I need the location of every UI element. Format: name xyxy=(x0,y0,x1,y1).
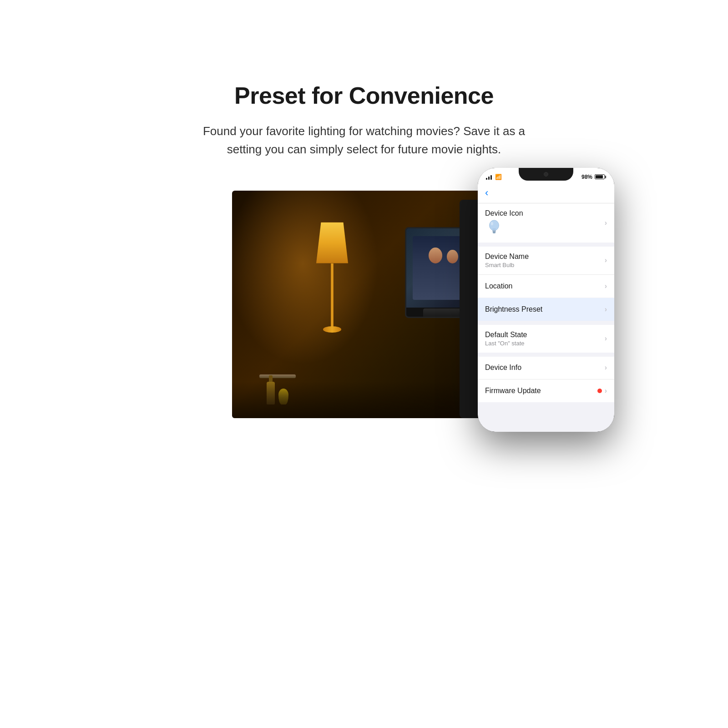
page-headline: Preset for Convenience xyxy=(234,82,494,109)
settings-item-firmware-update[interactable]: Firmware Update › xyxy=(478,379,614,402)
phone-mockup: 📶 98% xyxy=(478,168,614,432)
group-spacer-3 xyxy=(478,353,614,357)
item-right-device-info: › xyxy=(605,364,607,372)
item-left-device-name: Device Name Smart Bulb xyxy=(485,253,605,268)
signal-icon xyxy=(486,174,492,180)
chevron-icon: › xyxy=(605,219,607,227)
app-header: ‹ xyxy=(478,183,614,203)
lamp-base xyxy=(323,326,341,333)
chevron-icon: › xyxy=(605,334,607,343)
device-name-label: Device Name xyxy=(485,253,605,261)
device-icon-area xyxy=(485,218,605,237)
settings-item-default-state[interactable]: Default State Last "On" state › xyxy=(478,325,614,353)
chevron-icon: › xyxy=(605,256,607,264)
wifi-icon: 📶 xyxy=(495,174,502,180)
phone-notch xyxy=(519,168,573,181)
device-name-value: Smart Bulb xyxy=(485,262,605,268)
settings-list: Device Icon xyxy=(478,203,614,402)
settings-group-default: Default State Last "On" state › xyxy=(478,325,614,353)
settings-item-location[interactable]: Location › xyxy=(478,275,614,298)
bulb-icon xyxy=(487,219,501,236)
settings-group-info: Device Info › Firmware Update xyxy=(478,357,614,402)
item-right-device-icon: › xyxy=(605,219,607,227)
firmware-update-dot xyxy=(597,389,602,393)
status-left: 📶 xyxy=(486,174,502,180)
default-state-value: Last "On" state xyxy=(485,340,605,347)
item-left-brightness: Brightness Preset xyxy=(485,305,605,313)
svg-rect-3 xyxy=(493,232,495,233)
chevron-icon: › xyxy=(605,364,607,372)
item-left-device-info: Device Info xyxy=(485,364,605,372)
lamp-pole xyxy=(331,263,334,327)
floor-lamp xyxy=(287,213,378,350)
page-subtext: Found your favorite lighting for watchin… xyxy=(187,122,541,159)
bulb-icon-wrapper xyxy=(485,218,503,237)
item-left-default-state: Default State Last "On" state xyxy=(485,331,605,347)
firmware-update-label: Firmware Update xyxy=(485,387,597,395)
device-info-label: Device Info xyxy=(485,364,605,372)
location-label: Location xyxy=(485,282,605,290)
chevron-icon: › xyxy=(605,305,607,313)
item-right-default-state: › xyxy=(605,334,607,343)
settings-item-device-name[interactable]: Device Name Smart Bulb › xyxy=(478,247,614,275)
item-left-device-icon: Device Icon xyxy=(485,209,605,237)
lamp-shade xyxy=(316,222,348,263)
content-area: 📶 98% xyxy=(114,191,614,418)
battery-percent: 98% xyxy=(581,174,592,180)
settings-item-device-info[interactable]: Device Info › xyxy=(478,357,614,379)
tv-person2 xyxy=(447,250,458,263)
settings-item-device-icon[interactable]: Device Icon xyxy=(478,203,614,243)
chevron-icon: › xyxy=(605,282,607,290)
brightness-preset-label: Brightness Preset xyxy=(485,305,605,313)
tv-person1 xyxy=(429,248,442,263)
signal-bar-3 xyxy=(490,175,492,180)
settings-item-brightness-preset[interactable]: Brightness Preset › xyxy=(478,298,614,321)
settings-group-brightness: Brightness Preset › xyxy=(478,298,614,321)
item-left-location: Location xyxy=(485,282,605,290)
status-right: 98% xyxy=(581,174,606,180)
back-button[interactable]: ‹ xyxy=(485,187,488,199)
group-spacer-2 xyxy=(478,321,614,325)
settings-group-icon: Device Icon xyxy=(478,203,614,243)
tray xyxy=(259,374,296,378)
group-spacer-1 xyxy=(478,243,614,247)
signal-bar-2 xyxy=(488,177,490,180)
chevron-icon: › xyxy=(605,387,607,395)
svg-point-6 xyxy=(490,222,493,225)
device-icon-label: Device Icon xyxy=(485,209,605,217)
battery-icon xyxy=(595,174,606,179)
camera-dot xyxy=(544,172,548,177)
item-right-device-name: › xyxy=(605,256,607,264)
battery-cap xyxy=(605,176,606,178)
settings-group-name: Device Name Smart Bulb › Location xyxy=(478,247,614,298)
item-right-location: › xyxy=(605,282,607,290)
default-state-label: Default State xyxy=(485,331,605,339)
item-left-firmware: Firmware Update xyxy=(485,387,597,395)
phone-content: ‹ Device Icon xyxy=(478,183,614,432)
item-right-brightness: › xyxy=(605,305,607,313)
phone-screen: 📶 98% xyxy=(478,168,614,432)
battery-body xyxy=(595,174,605,179)
signal-bar-1 xyxy=(486,178,487,180)
item-right-firmware: › xyxy=(597,387,607,395)
battery-fill xyxy=(596,175,603,178)
